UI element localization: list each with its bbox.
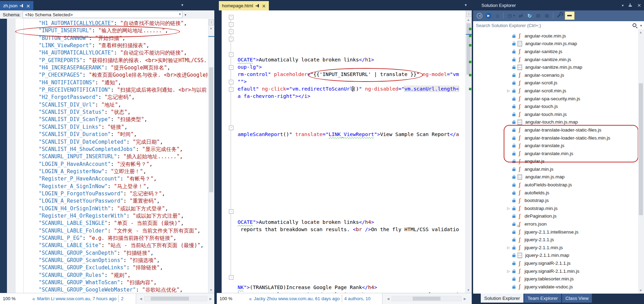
panel-tab-team-explorer[interactable]: Team Explorer (524, 294, 561, 303)
file-item[interactable]: ∫angular-translate-loader-static-files.m… (473, 134, 638, 142)
close-icon[interactable]: × (26, 3, 30, 8)
file-item[interactable]: ∫angular-translate-loader-static-files.j… (473, 126, 638, 134)
file-item[interactable]: ∫jquery.validate-vsdoc.js (473, 283, 638, 291)
file-item[interactable]: ∫angular-sanitize.min.js (473, 56, 638, 64)
show-all-files-icon[interactable]: ⧉ (544, 13, 550, 18)
file-item[interactable]: ∫angular-translate.min.js (473, 150, 638, 158)
switch-views-icon[interactable]: ◷ (507, 13, 512, 18)
expander-icon[interactable]: ▷ (507, 246, 512, 250)
refresh-icon[interactable]: ↻ (527, 13, 532, 18)
scrollbar-thumb[interactable] (639, 83, 643, 215)
visual-studio-window: zh.json × ▾ Schema: <No Schema Selected>… (0, 0, 644, 304)
panel-tab-solution-explorer[interactable]: Solution Explorer (481, 294, 523, 303)
tab-homepage-html[interactable]: homepage.html × (219, 1, 269, 10)
file-item[interactable]: jquery-2.1.1.min.map (473, 252, 638, 260)
middle-vertical-scrollbar[interactable]: ↕ ▲ ▼ (465, 10, 472, 293)
tab-list-dropdown-icon[interactable]: ▾ (181, 3, 183, 7)
file-item[interactable]: ∫errors.json (473, 220, 638, 228)
scrollbar-thumb[interactable] (467, 23, 471, 75)
scroll-left-icon[interactable]: ◀ (138, 297, 143, 301)
expander-icon[interactable]: ▷ (507, 206, 512, 210)
forward-icon[interactable]: ▶ (486, 13, 492, 19)
file-item[interactable]: ∫dirPagination.js (473, 212, 638, 220)
left-horizontal-scrollbar[interactable]: ◀ ▶ (138, 293, 214, 304)
file-item[interactable]: angular-touch.min.js.map (473, 118, 638, 126)
json-line: "H4_AUTOMATICALLYLOCATE": "自动定位不能访问的链接", (26, 49, 208, 57)
codelens-source-control-status[interactable]: « Jacky Zhou www.ssw.com.au, 61 days ago… (246, 293, 382, 304)
file-item[interactable]: ∫angular.min.js (473, 165, 638, 173)
search-icon[interactable] (633, 23, 636, 27)
file-item[interactable]: ▷∫jquery-2.1.1.min.js (473, 244, 638, 252)
pin-icon[interactable] (628, 3, 632, 7)
file-item[interactable]: ∫angular-translate.js (473, 142, 638, 150)
scroll-down-icon[interactable]: ▼ (466, 288, 471, 292)
pin-icon[interactable] (20, 4, 24, 8)
file-name: angular.js (525, 159, 545, 164)
preview-selected-items-toggle[interactable] (565, 11, 575, 20)
home-icon[interactable]: ⌂ (495, 13, 500, 18)
close-icon[interactable]: × (262, 3, 266, 8)
scroll-down-icon[interactable]: ▼ (208, 288, 214, 292)
file-item[interactable]: ▷∫angular-scroll.min.js (473, 87, 638, 95)
tree-vertical-scrollbar[interactable]: ▲ ▼ (638, 29, 644, 294)
scrollbar-thumb[interactable] (151, 297, 189, 301)
scroll-right-icon[interactable]: ▶ (462, 297, 468, 301)
lock-icon (512, 121, 515, 124)
collapse-all-icon[interactable]: ⊟ (536, 13, 541, 18)
properties-wrench-icon[interactable] (557, 14, 561, 18)
json-line: "P_RECEIVENOTIFICATION": "扫描完成后将收到通知. <b… (26, 86, 208, 94)
window-menu-icon[interactable]: ▾ (622, 3, 624, 7)
file-item[interactable]: angular-sanitize.min.js.map (473, 63, 638, 71)
codelens-source-control-status[interactable]: « Martin Li www.ssw.com.au, 7 hours ago … (30, 293, 136, 304)
scroll-up-icon[interactable]: ▲ (466, 18, 471, 22)
file-item[interactable]: ∫angular-sanitize.js (473, 48, 638, 56)
solution-search-input[interactable]: Search Solution Explorer (Ctrl+;) ▾ (473, 21, 644, 29)
file-item[interactable]: angular-route.min.js.map (473, 40, 638, 48)
sync-with-active-document-icon[interactable]: ⇄ (518, 13, 524, 18)
file-item[interactable]: ∫jquery-2.1.1.intellisense.js (473, 228, 638, 236)
left-vertical-scrollbar[interactable]: ↕ ▲ ▼ (208, 19, 214, 293)
splitter-handle[interactable]: ↕ (209, 19, 214, 25)
file-item[interactable]: ∫angular-scenario.js (473, 71, 638, 79)
file-item[interactable]: ▷∫jquery.signalR-2.1.1.min.js (473, 267, 638, 275)
pin-icon[interactable] (256, 4, 259, 8)
schema-label: Schema: (0, 12, 23, 17)
toolbar-overflow-icon[interactable]: ▾ (184, 13, 186, 17)
html-editor-surface[interactable]: ----------- OCATE">Automatically locate … (222, 10, 472, 293)
panel-tab-class-view[interactable]: Class View (562, 294, 592, 303)
scroll-up-icon[interactable]: ▲ (208, 26, 214, 30)
file-item[interactable]: ∫angular-spa-security.min.js (473, 95, 638, 103)
middle-horizontal-scrollbar[interactable]: ◀ ▶ (386, 293, 471, 304)
tab-list-dropdown-icon[interactable]: ▾ (465, 3, 467, 7)
scrollbar-thumb[interactable] (413, 297, 440, 301)
file-item[interactable]: ∫angular.js (473, 158, 638, 166)
map-file-icon (518, 41, 522, 47)
json-editor-surface[interactable]: "H1_AUTOMATICALLYLOCATE": "自动查找不能访问的链接",… (0, 19, 214, 293)
file-item[interactable]: ∫angular-touch.js (473, 102, 638, 110)
chevron-down-icon[interactable]: ▾ (640, 24, 642, 27)
scroll-left-icon[interactable]: ◀ (386, 297, 391, 301)
file-item[interactable]: ∫jquery.tablesorter.min.js (473, 275, 638, 283)
file-item[interactable]: ∫angular-touch.min.js (473, 110, 638, 118)
expander-icon[interactable]: ▷ (507, 269, 512, 273)
schema-select[interactable]: <No Schema Selected> ▾ (23, 11, 182, 18)
file-item[interactable]: ▷∫bootstrap.min.js (473, 204, 638, 212)
close-icon[interactable]: × (637, 3, 641, 8)
scroll-up-icon[interactable]: ▲ (638, 31, 643, 34)
splitter-handle[interactable]: ↕ (466, 11, 471, 17)
scrollbar-thumb[interactable] (209, 67, 213, 192)
back-icon[interactable]: ◀ (477, 13, 482, 19)
file-item[interactable]: angular.min.js.map (473, 173, 638, 181)
scroll-down-icon[interactable]: ▼ (638, 289, 643, 292)
chevron-down-icon[interactable]: ▾ (513, 14, 515, 17)
file-item[interactable]: ∫jquery.signalR-2.1.1.js (473, 259, 638, 267)
tab-zh-json[interactable]: zh.json × (0, 1, 33, 10)
expander-icon[interactable]: ▷ (507, 89, 512, 93)
file-item[interactable]: ∫bootstrap.js (473, 196, 638, 204)
file-item[interactable]: ∫autoFields-bootstrap.js (473, 181, 638, 189)
file-item[interactable]: ∫angular-scroll.js (473, 79, 638, 87)
file-item[interactable]: ∫jquery-2.1.1.js (473, 236, 638, 244)
scroll-right-icon[interactable]: ▶ (208, 297, 213, 301)
file-item[interactable]: ∫angular-route.min.js (473, 32, 638, 40)
file-item[interactable]: ∫autofields.js (473, 189, 638, 197)
